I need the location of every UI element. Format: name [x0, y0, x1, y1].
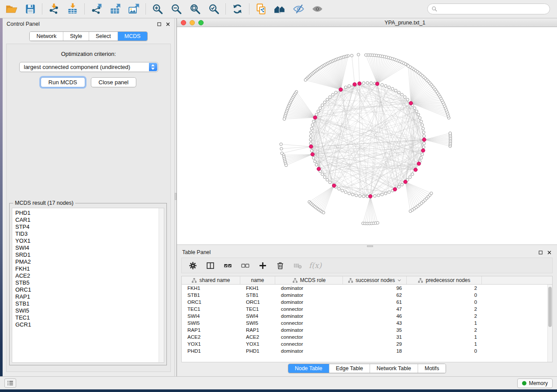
export-table-icon[interactable] — [109, 3, 121, 15]
mcds-result-item[interactable]: ACE2 — [15, 272, 159, 279]
zoom-fit-icon[interactable] — [189, 3, 201, 15]
memory-button[interactable]: Memory — [517, 378, 553, 388]
tab-node-table[interactable]: Node Table — [288, 364, 329, 373]
toolbar-group — [42, 3, 84, 14]
columns-icon[interactable] — [206, 261, 215, 270]
tab-network-table[interactable]: Network Table — [370, 364, 418, 373]
zoom-selected-icon[interactable] — [208, 3, 220, 15]
run-mcds-button[interactable]: Run MCDS — [41, 77, 85, 87]
mcds-result-item[interactable]: ORC1 — [15, 286, 159, 293]
refresh-icon[interactable] — [232, 3, 243, 15]
export-image-icon[interactable] — [128, 3, 140, 15]
cell-role: dominator — [275, 292, 343, 298]
table-row[interactable]: TEC1TEC1connector472 — [182, 306, 552, 313]
column-header-name[interactable]: name — [240, 276, 275, 284]
close-window-icon[interactable] — [181, 20, 186, 25]
mcds-result-item[interactable]: YOX1 — [15, 237, 159, 244]
mcds-result-item[interactable]: PHD1 — [15, 210, 159, 217]
table-scrollbar-thumb[interactable] — [548, 287, 552, 327]
table-row[interactable]: SWI4SWI4dominator462 — [182, 313, 552, 320]
select-all-icon[interactable] — [223, 261, 232, 270]
mcds-result-group: MCDS result (17 nodes) PHD1CAR1STP4TID3Y… — [9, 203, 167, 365]
column-header-successor-nodes[interactable]: successor nodes — [343, 276, 407, 284]
deselect-all-icon[interactable] — [241, 261, 250, 270]
delete-table-icon[interactable] — [293, 261, 302, 270]
tab-style[interactable]: Style — [63, 32, 89, 41]
maximize-window-icon[interactable] — [198, 20, 204, 25]
table-scrollbar[interactable] — [547, 285, 552, 362]
horizontal-splitter-handle[interactable] — [367, 245, 373, 247]
column-header-MCDS-role[interactable]: MCDS role — [275, 276, 343, 284]
import-table-icon[interactable] — [67, 3, 79, 15]
search-box[interactable] — [427, 3, 550, 14]
control-panel-header: Control Panel — [3, 18, 174, 30]
close-table-panel-icon[interactable] — [547, 250, 552, 255]
close-panel-icon[interactable] — [166, 22, 170, 27]
table-row[interactable]: YOX1YOX1connector291 — [182, 340, 552, 347]
task-history-button[interactable] — [4, 378, 16, 388]
mcds-result-item[interactable]: STB5 — [15, 279, 159, 286]
mcds-result-item[interactable]: CAR1 — [15, 217, 159, 224]
minimize-window-icon[interactable] — [190, 20, 195, 25]
column-header-predecessor-nodes[interactable]: predecessor nodes — [407, 276, 482, 284]
table-row[interactable]: PHD1PHD1dominator180 — [182, 347, 552, 354]
tab-network[interactable]: Network — [30, 32, 63, 41]
home-icon[interactable] — [274, 3, 286, 15]
mcds-result-item[interactable]: GCR1 — [15, 321, 159, 328]
function-builder-icon[interactable]: f(x) — [309, 261, 322, 270]
table-row[interactable]: SWI5SWI5connector431 — [182, 320, 552, 327]
tab-select[interactable]: Select — [89, 32, 118, 41]
cell-successors: 43 — [343, 320, 407, 326]
mcds-result-item[interactable]: STP4 — [15, 224, 159, 230]
toolbar-group — [145, 3, 225, 14]
tab-edge-table[interactable]: Edge Table — [329, 364, 370, 373]
table-row[interactable]: RAP1RAP1dominator352 — [182, 327, 552, 334]
mcds-result-item[interactable]: FKH1 — [15, 265, 159, 272]
cell-predecessors: 2 — [407, 285, 482, 291]
float-panel-icon[interactable] — [157, 22, 162, 27]
mcds-result-item[interactable]: SWI5 — [15, 307, 159, 314]
mcds-result-item[interactable]: STB1 — [15, 300, 159, 307]
table-row[interactable]: FKH1FKH1dominator962 — [182, 285, 552, 292]
mcds-result-item[interactable]: SRD1 — [15, 251, 159, 258]
add-icon[interactable] — [258, 261, 267, 270]
delete-icon[interactable] — [276, 261, 285, 270]
gear-icon[interactable] — [188, 261, 197, 270]
column-header-shared-name[interactable]: shared name — [182, 276, 240, 284]
network-view[interactable] — [177, 27, 557, 244]
show-all-icon[interactable] — [311, 3, 323, 15]
close-panel-button[interactable]: Close panel — [91, 77, 137, 87]
mcds-result-item[interactable]: TEC1 — [15, 314, 159, 321]
zoom-in-icon[interactable] — [152, 3, 163, 15]
toolbar-group — [249, 3, 329, 14]
float-table-panel-icon[interactable] — [538, 250, 543, 255]
mcds-result-item[interactable]: PMA2 — [15, 258, 159, 265]
mcds-result-item[interactable]: SWI4 — [15, 244, 159, 251]
horizontal-splitter[interactable] — [177, 244, 557, 247]
network-graph[interactable] — [177, 27, 557, 244]
open-folder-icon[interactable] — [6, 3, 17, 15]
table-row[interactable]: ACE2ACE2connector311 — [182, 334, 552, 340]
mcds-result-item[interactable]: RAP1 — [15, 293, 159, 300]
dropdown-stepper-icon — [149, 63, 157, 71]
export-network-icon[interactable] — [90, 3, 102, 15]
mcds-result-item[interactable]: TID3 — [15, 230, 159, 237]
optimization-criterion-dropdown[interactable]: largest connected component (undirected) — [19, 62, 158, 72]
tab-mcds[interactable]: MCDS — [118, 32, 147, 41]
cell-successors: 46 — [343, 313, 407, 319]
search-input[interactable] — [439, 6, 546, 12]
import-network-icon[interactable] — [48, 3, 60, 15]
hide-selected-icon[interactable] — [293, 3, 304, 15]
mcds-list-scrollbar[interactable] — [159, 208, 164, 362]
column-header-filler — [482, 276, 552, 284]
table-row[interactable]: ORC1ORC1dominator610 — [182, 299, 552, 306]
cell-successors: 96 — [343, 285, 407, 291]
vertical-splitter-handle[interactable] — [175, 193, 176, 200]
tab-motifs[interactable]: Motifs — [418, 364, 446, 373]
table-row[interactable]: STB1STB1dominator620 — [182, 292, 552, 299]
network-window-titlebar: YPA_prune.txt_1 — [177, 18, 557, 27]
zoom-out-icon[interactable] — [170, 3, 182, 15]
table-panel-title: Table Panel — [182, 249, 211, 255]
save-icon[interactable] — [24, 3, 36, 15]
duplicate-network-icon[interactable] — [255, 3, 267, 15]
